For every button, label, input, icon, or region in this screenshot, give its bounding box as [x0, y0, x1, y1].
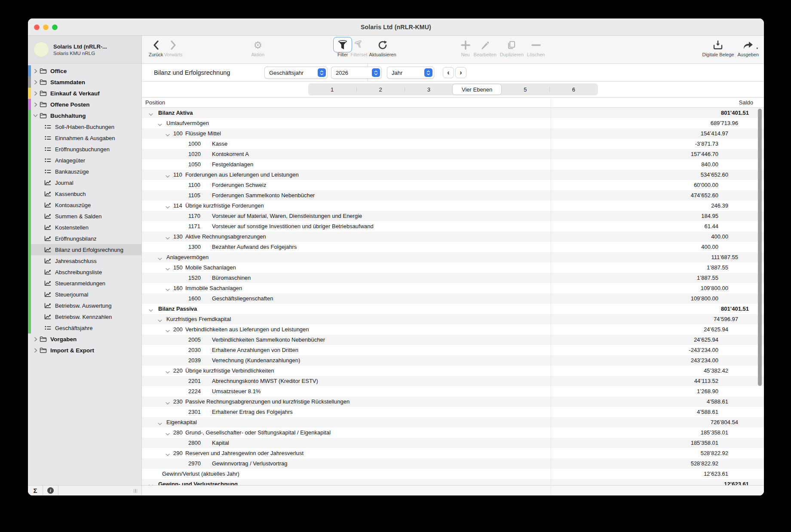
sidebar-item-betriebsw-auswertung[interactable]: Betriebsw. Auswertung [28, 300, 141, 311]
table-row-2201[interactable]: 2201Abrechnungskonto MWST (Kreditor ESTV… [142, 376, 764, 386]
sidebar-item-steueranmeldungen[interactable]: Steueranmeldungen [28, 278, 141, 289]
table-row-100[interactable]: 100Flüssige Mittel154’414.97 [142, 128, 764, 139]
chevron-down-icon[interactable] [166, 286, 170, 293]
sidebar-item-bilanz-und-erfolgsrechnung[interactable]: Bilanz und Erfolgsrechnung [28, 244, 141, 255]
table-row-290[interactable]: 290Reserven und Jahresgewinn oder Jahres… [142, 448, 764, 459]
chevron-down-icon[interactable] [149, 111, 153, 117]
sidebar-item-summen-salden[interactable]: Summen & Salden [28, 211, 141, 222]
chevron-right-icon[interactable] [32, 337, 39, 342]
sidebar-company-header[interactable]: Solaris Ltd (nRLR-... Solaris KMU nRLG [28, 36, 141, 64]
table-row[interactable]: Bilanz Aktiva801’401.51 [142, 108, 764, 118]
table-row-130[interactable]: 130Aktive Rechnungsabgrenzungen400.00 [142, 232, 764, 242]
table-row-1171[interactable]: 1171Vorsteuer auf sonstige Investitionen… [142, 221, 764, 232]
neu-button[interactable]: Neu [461, 36, 470, 57]
sidebar-item-steuerjournal[interactable]: Steuerjournal [28, 289, 141, 300]
table-row-2030[interactable]: 2030Erhaltene Anzahlungen von Dritten-24… [142, 345, 764, 355]
table-row-220[interactable]: 220Übrige kurzfristige Verbindlichkeiten… [142, 366, 764, 376]
table-row-280[interactable]: 280Grund-, Gesellschafter- oder Stiftung… [142, 428, 764, 438]
sidebar-item-vorgaben[interactable]: Vorgaben [28, 333, 141, 345]
table-row-150[interactable]: 150Mobile Sachanlagen1’887.55 [142, 263, 764, 273]
sidebar-item-stammdaten[interactable]: Stammdaten [28, 76, 141, 88]
sidebar-item-bankauszüge[interactable]: Bankauszüge [28, 166, 141, 177]
table-row-160[interactable]: 160Immobile Sachanlagen109’800.00 [142, 283, 764, 294]
table-row-110[interactable]: 110Forderungen aus Lieferungen und Leist… [142, 170, 764, 180]
level-segment-3[interactable]: 3 [405, 83, 453, 95]
table-row[interactable]: Kurzfristiges Fremdkapital74’596.97 [142, 314, 764, 324]
title-bar[interactable]: Solaris Ltd (nRLR-KMU) [28, 18, 764, 36]
chevron-down-icon[interactable] [166, 266, 170, 272]
sidebar-item-einkauf-verkauf[interactable]: Einkauf & Verkauf [28, 88, 141, 99]
table-row[interactable]: Gewinn/Verlust (aktuelles Jahr)12’623.61 [142, 469, 764, 479]
table-row-2039[interactable]: 2039Verrechnung (Kundenanzahlungen)243’2… [142, 355, 764, 366]
table-row[interactable]: Eigenkapital726’804.54 [142, 417, 764, 428]
chevron-right-icon[interactable] [32, 348, 39, 353]
table-row-1600[interactable]: 1600Geschäftsliegenschaften109’800.00 [142, 294, 764, 304]
duplizieren-button[interactable]: Duplizieren [500, 36, 524, 57]
chevron-right-icon[interactable] [32, 80, 39, 85]
vorwaerts-button[interactable]: Vorwärts [164, 36, 183, 57]
table-row-2224[interactable]: 2224Umsatzsteuer 8.1%1’268.90 [142, 386, 764, 397]
aktion-button[interactable]: ⚙Aktion [251, 36, 264, 57]
sidebar-item-abschreibungsliste[interactable]: Abschreibungsliste [28, 266, 141, 278]
chevron-down-icon[interactable] [166, 400, 170, 406]
chevron-down-icon[interactable] [158, 420, 162, 427]
aktualisieren-button[interactable]: Aktualisieren [369, 36, 396, 57]
chevron-down-icon[interactable] [166, 235, 170, 241]
period-type-select[interactable]: Geschäftsjahr [264, 67, 328, 79]
chevron-down-icon[interactable] [158, 317, 162, 324]
table-row-114[interactable]: 114Übrige kurzfristige Forderungen246.39 [142, 201, 764, 211]
table-row[interactable]: Gewinn- und Verlustrechnung12’623.61 [142, 479, 764, 485]
table-row-1050[interactable]: 1050Festgeldanlagen840.00 [142, 159, 764, 170]
level-segment-5[interactable]: 5 [501, 83, 549, 95]
sidebar-item-kassenbuch[interactable]: Kassenbuch [28, 188, 141, 199]
chevron-down-icon[interactable] [166, 327, 170, 334]
loeschen-button[interactable]: Löschen [527, 36, 545, 57]
table-row-1020[interactable]: 1020Kontokorrent A157’446.70 [142, 149, 764, 159]
table-row-1300[interactable]: 1300Bezahlter Aufwand des Folgejahrs400.… [142, 242, 764, 252]
table-row-230[interactable]: 230Passive Rechnungsabgrenzungen und kur… [142, 397, 764, 407]
table-row[interactable]: Umlaufvermögen689’713.96 [142, 118, 764, 128]
chevron-down-icon[interactable] [166, 369, 170, 375]
table-row-200[interactable]: 200Verbindlichkeiten aus Lieferungen und… [142, 324, 764, 335]
vertical-scrollbar[interactable] [758, 109, 762, 386]
chevron-down-icon[interactable] [32, 114, 39, 117]
chevron-down-icon[interactable] [166, 204, 170, 210]
zurueck-button[interactable]: Zurück [149, 36, 163, 57]
sidebar-item-soll-haben-buchungen[interactable]: Soll-/Haben-Buchungen [28, 121, 141, 132]
chevron-down-icon[interactable] [166, 173, 170, 179]
chevron-down-icon[interactable] [149, 307, 153, 313]
bearbeiten-button[interactable]: Bearbeiten [474, 36, 497, 57]
sidebar-item-jahresabschluss[interactable]: Jahresabschluss [28, 255, 141, 266]
sidebar-item-geschäftsjahre[interactable]: Geschäftsjahre [28, 322, 141, 333]
sidebar-item-betriebsw-kennzahlen[interactable]: Betriebsw. Kennzahlen [28, 311, 141, 322]
sidebar-item-kostenstellen[interactable]: Kostenstellen [28, 222, 141, 233]
column-header-saldo[interactable]: Saldo [739, 99, 753, 106]
table-row-2301[interactable]: 2301Erhaltener Ertrag des Folgejahrs4’58… [142, 407, 764, 417]
info-icon[interactable]: i [47, 487, 54, 494]
chevron-down-icon[interactable] [166, 431, 170, 437]
filter-button[interactable]: Filter [337, 36, 348, 57]
chevron-down-icon[interactable] [166, 131, 170, 138]
year-select[interactable]: 2026 [331, 67, 382, 79]
sidebar-item-eröffnungsbuchungen[interactable]: Eröffnungsbuchungen [28, 144, 141, 155]
table-row-2005[interactable]: 2005Verbindlichkeiten Sammelkonto Nebenb… [142, 335, 764, 345]
table-row-2800[interactable]: 2800Kapital185’358.01 [142, 438, 764, 448]
table-row-2970[interactable]: 2970Gewinnvortrag / Verlustvortrag528’82… [142, 459, 764, 469]
column-divider[interactable] [551, 97, 551, 495]
table-row[interactable]: Bilanz Passiva801’401.51 [142, 304, 764, 314]
sidebar-item-import-export[interactable]: Import & Export [28, 345, 141, 356]
table-row-1105[interactable]: 1105Forderungen Sammelkonto Nebenbücher4… [142, 190, 764, 201]
sidebar-item-anlagegüter[interactable]: Anlagegüter [28, 155, 141, 166]
level-segment-2[interactable]: 2 [356, 83, 405, 95]
level-segment-vier-ebenen[interactable]: Vier Ebenen [453, 84, 501, 95]
sidebar-item-offene-posten[interactable]: Offene Posten [28, 99, 141, 110]
table-row-1170[interactable]: 1170Vorsteuer auf Material, Waren, Diens… [142, 211, 764, 221]
table-row-1000[interactable]: 1000Kasse-3’871.73 [142, 139, 764, 149]
table-row-1520[interactable]: 1520Büromaschinen1’887.55 [142, 273, 764, 283]
previous-period-button[interactable]: ‹ [443, 67, 454, 78]
sidebar-item-buchhaltung[interactable]: Buchhaltung [28, 110, 141, 121]
column-header-position[interactable]: Position [142, 99, 165, 106]
sum-icon[interactable]: Σ [28, 487, 43, 494]
table-row[interactable]: Anlagevermögen111’687.55 [142, 252, 764, 263]
chevron-down-icon[interactable] [158, 255, 162, 262]
